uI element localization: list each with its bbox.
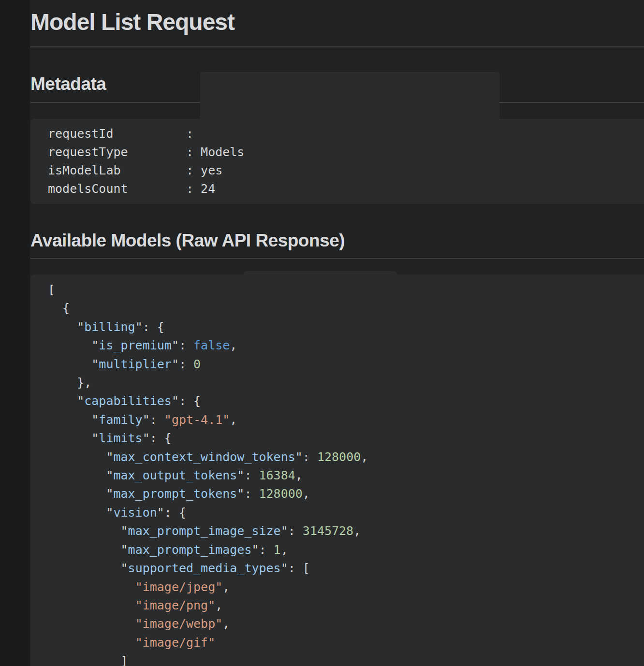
json-code-line: "supported_media_types": [ bbox=[48, 559, 644, 578]
redaction-overlay-small bbox=[243, 271, 397, 278]
json-code-line: { bbox=[48, 299, 644, 318]
json-code-line: "max_output_tokens": 16384, bbox=[48, 466, 644, 485]
metadata-code-block: requestId : requestType : ModelsisModelL… bbox=[30, 119, 644, 204]
json-code-line: "max_context_window_tokens": 128000, bbox=[48, 448, 644, 466]
metadata-row: modelsCount : 24 bbox=[48, 180, 644, 198]
json-code-line: "image/png", bbox=[48, 596, 644, 615]
json-code-line: ] bbox=[48, 652, 644, 666]
metadata-code: requestId : requestType : ModelsisModelL… bbox=[48, 125, 644, 198]
models-section-title: Available Models (Raw API Response) bbox=[30, 230, 644, 251]
page-title: Model List Request bbox=[30, 10, 644, 35]
models-json-code-block: [ { "billing": { "is_premium": false, "m… bbox=[30, 275, 644, 666]
json-code-line: "image/jpeg", bbox=[48, 578, 644, 596]
json-code-line: "max_prompt_images": 1, bbox=[48, 541, 644, 559]
redaction-overlay bbox=[200, 72, 499, 119]
metadata-row: requestType : Models bbox=[48, 143, 644, 161]
json-code-line: }, bbox=[48, 374, 644, 392]
json-code-line: "max_prompt_image_size": 3145728, bbox=[48, 522, 644, 540]
json-code-line: "multiplier": 0 bbox=[48, 355, 644, 374]
models-divider bbox=[30, 258, 644, 259]
metadata-row: isModelLab : yes bbox=[48, 161, 644, 180]
json-code-line: "billing": { bbox=[48, 318, 644, 336]
models-json-code: [ { "billing": { "is_premium": false, "m… bbox=[48, 281, 644, 666]
json-code-line: "max_prompt_tokens": 128000, bbox=[48, 485, 644, 503]
json-code-line: "vision": { bbox=[48, 504, 644, 522]
metadata-row: requestId : bbox=[48, 125, 644, 143]
json-code-line: "image/webp", bbox=[48, 615, 644, 633]
json-code-line: "capabilities": { bbox=[48, 392, 644, 410]
json-code-line: "image/gif" bbox=[48, 634, 644, 652]
title-divider bbox=[30, 46, 644, 47]
json-code-line: "family": "gpt-4.1", bbox=[48, 411, 644, 429]
json-code-line: "limits": { bbox=[48, 429, 644, 448]
json-code-line: "is_premium": false, bbox=[48, 336, 644, 355]
json-code-line: [ bbox=[48, 281, 644, 299]
